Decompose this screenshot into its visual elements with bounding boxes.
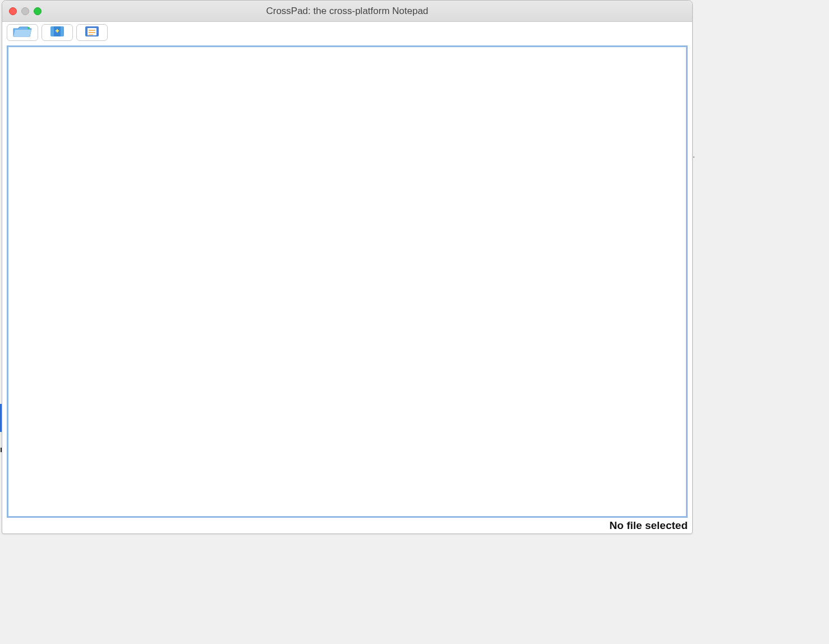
open-folder-icon [12,25,33,40]
svg-rect-7 [89,30,95,31]
status-message: No file selected [610,519,688,532]
new-file-button[interactable] [42,24,73,41]
status-bar: No file selected [2,519,692,533]
window-title: CrossPad: the cross-platform Notepad [2,6,692,17]
svg-point-0 [27,27,30,29]
save-file-button[interactable] [76,24,108,41]
open-folder-button[interactable] [7,24,38,41]
svg-rect-9 [89,34,93,35]
app-window: CrossPad: the cross-platform Notepad [2,0,693,534]
svg-rect-4 [57,29,58,33]
text-editor[interactable] [7,45,688,518]
maximize-window-button[interactable] [34,7,42,15]
traffic-lights [9,7,42,15]
titlebar[interactable]: CrossPad: the cross-platform Notepad [2,1,692,22]
svg-rect-8 [89,32,95,33]
close-window-button[interactable] [9,7,17,15]
minimize-window-button[interactable] [21,7,29,15]
new-file-icon [47,25,67,40]
save-file-icon [82,25,102,40]
toolbar [2,22,692,43]
